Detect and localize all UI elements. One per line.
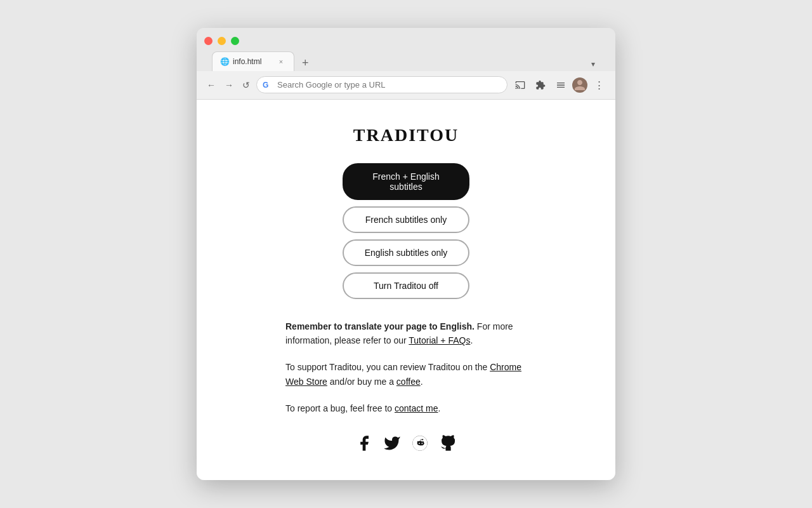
app-title: TRADITOU (353, 125, 459, 145)
sidebar-icon[interactable] (552, 76, 570, 94)
twitter-link[interactable] (383, 434, 401, 455)
cast-icon[interactable] (511, 76, 529, 94)
minimize-traffic-light[interactable] (218, 37, 226, 45)
translate-text-prefix: Remember to translate your page to Engli… (285, 321, 475, 331)
github-link[interactable] (439, 434, 457, 455)
social-icons (355, 434, 457, 455)
maximize-traffic-light[interactable] (231, 37, 239, 45)
address-input[interactable] (256, 76, 508, 93)
back-button[interactable]: ← (204, 77, 218, 93)
turn-off-button[interactable]: Turn Traditou off (343, 272, 469, 299)
bug-info-block: To report a bug, feel free to contact me… (285, 401, 527, 415)
reddit-link[interactable] (411, 434, 429, 455)
browser-window: 🌐 info.html × + ▾ ← → ↺ G (197, 28, 615, 481)
support-mid: and/or buy me a (327, 377, 396, 387)
avatar[interactable] (572, 77, 587, 93)
support-end: . (421, 377, 423, 387)
translate-info-block: Remember to translate your page to Engli… (285, 319, 527, 348)
tab-title: info.html (233, 57, 261, 66)
reload-button[interactable]: ↺ (240, 77, 252, 93)
menu-icon[interactable]: ⋮ (590, 76, 608, 94)
extensions-icon[interactable] (532, 76, 549, 94)
tab-bar: 🌐 info.html × + ▾ (204, 51, 608, 71)
new-tab-button[interactable]: + (297, 55, 314, 71)
bug-prefix: To report a bug, feel free to (285, 403, 395, 413)
tab-dropdown-button[interactable]: ▾ (586, 57, 600, 71)
traffic-lights (204, 34, 608, 51)
forward-icon: → (225, 80, 233, 90)
menu-dots: ⋮ (594, 79, 604, 91)
page-content: TRADITOU French + English subtitles Fren… (197, 100, 615, 481)
active-tab[interactable]: 🌐 info.html × (212, 51, 294, 71)
tab-close-button[interactable]: × (276, 57, 286, 67)
translate-text-end: . (470, 335, 473, 345)
french-only-button[interactable]: French subtitles only (343, 206, 469, 233)
facebook-link[interactable] (355, 434, 373, 455)
button-group: French + English subtitles French subtit… (343, 163, 469, 299)
close-traffic-light[interactable] (204, 37, 213, 45)
tutorial-link[interactable]: Tutorial + FAQs (409, 335, 470, 345)
bug-end: . (438, 403, 440, 413)
coffee-link[interactable]: coffee (396, 377, 421, 387)
reddit-icon (411, 434, 429, 452)
forward-button[interactable]: → (222, 77, 236, 93)
github-icon (439, 434, 457, 452)
translate-bold: Remember to translate your page to Engli… (285, 321, 475, 331)
twitter-icon (383, 434, 401, 452)
french-english-button[interactable]: French + English subtitles (343, 163, 469, 200)
contact-link[interactable]: contact me (395, 403, 438, 413)
address-bar: ← → ↺ G ⋮ (197, 71, 615, 100)
toolbar-icons: ⋮ (511, 76, 608, 94)
support-info-block: To support Traditou, you can review Trad… (285, 360, 527, 389)
english-only-button[interactable]: English subtitles only (343, 239, 469, 266)
tab-favicon-icon: 🌐 (220, 57, 229, 66)
title-bar: 🌐 info.html × + ▾ (197, 28, 615, 71)
address-wrapper: G (256, 76, 508, 93)
facebook-icon (355, 434, 373, 452)
back-icon: ← (207, 80, 216, 90)
support-prefix: To support Traditou, you can review Trad… (285, 362, 490, 372)
info-section: Remember to translate your page to Engli… (285, 319, 527, 429)
reload-icon: ↺ (242, 80, 250, 90)
